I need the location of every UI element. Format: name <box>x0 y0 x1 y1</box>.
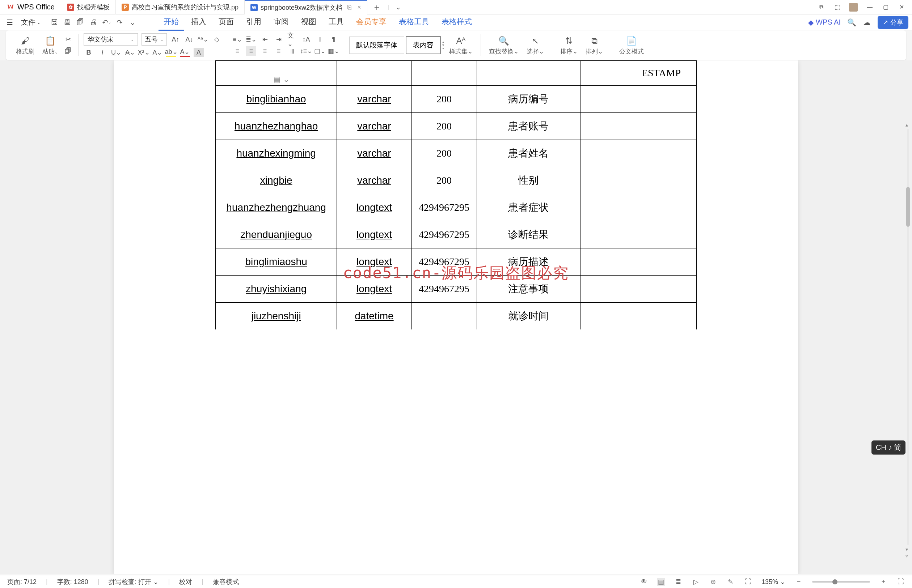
edit-icon[interactable]: ✎ <box>727 578 735 586</box>
hamburger-icon[interactable]: ☰ <box>3 17 16 28</box>
fullscreen-icon[interactable]: ⛶ <box>897 578 905 586</box>
copy-icon[interactable]: 🗐 <box>63 46 73 56</box>
play-icon[interactable]: ▷ <box>692 578 700 586</box>
align-center-button[interactable]: ≡ <box>246 46 256 56</box>
char-shading-button[interactable]: A <box>194 48 204 57</box>
text-direction-button[interactable]: 文⌄ <box>287 35 298 44</box>
font-select[interactable]: 华文仿宋⌄ <box>84 33 138 45</box>
menu-tab-table-tools[interactable]: 表格工具 <box>394 14 434 31</box>
bullets-button[interactable]: ≡⌄ <box>232 35 243 44</box>
align-right-button[interactable]: ≡ <box>260 46 270 56</box>
data-table[interactable]: ESTAMP binglibianhaovarchar200病历编号 huanz… <box>215 60 697 330</box>
shading-button[interactable]: ▢⌄ <box>315 46 325 56</box>
status-compat[interactable]: 兼容模式 <box>213 578 239 586</box>
zoom-in-button[interactable]: + <box>880 578 888 586</box>
borders-button[interactable]: ▦⌄ <box>329 46 339 56</box>
doc-mode-group[interactable]: 📄 公文模式 <box>616 35 647 56</box>
menu-tab-tools[interactable]: 工具 <box>324 14 349 31</box>
search-icon[interactable]: 🔍 <box>847 18 856 27</box>
strikethrough-button[interactable]: A̶⌄ <box>125 48 135 57</box>
tab-templates[interactable]: ✿ 找稻壳模板 <box>61 0 116 15</box>
close-window-button[interactable]: ✕ <box>897 3 906 11</box>
save-icon[interactable]: 🖫 <box>50 18 58 27</box>
app-logo[interactable]: WPS Office <box>0 3 61 11</box>
tab-menu-button[interactable]: ⌄ <box>390 3 406 11</box>
sort2-group[interactable]: ⧉ 排列⌄ <box>583 35 606 56</box>
font-color-button[interactable]: A⌄ <box>180 48 190 57</box>
user-avatar[interactable] <box>849 3 858 11</box>
status-page[interactable]: 页面: 7/12 <box>7 578 37 586</box>
menu-tab-start[interactable]: 开始 <box>159 14 184 31</box>
status-words[interactable]: 字数: 1280 <box>57 578 88 586</box>
undo-icon[interactable]: ↶⌄ <box>102 18 111 27</box>
underline-button[interactable]: U⌄ <box>111 48 121 57</box>
print-preview-icon[interactable]: 🗐 <box>76 18 85 27</box>
shrink-font-icon[interactable]: A↓ <box>184 35 194 44</box>
focus-icon[interactable]: ⛶ <box>744 578 752 586</box>
zoom-slider[interactable] <box>812 581 870 583</box>
line-spacing-button[interactable]: ↕≡⌄ <box>301 46 311 56</box>
increase-indent-button[interactable]: ⇥ <box>274 35 284 44</box>
document-area[interactable]: ▤ ⌄ code51.cn-源码乐园盗图必究 ESTAMP binglibian… <box>0 60 912 574</box>
maximize-button[interactable]: ▢ <box>881 3 889 11</box>
redo-icon[interactable]: ↷ <box>115 18 124 27</box>
status-review[interactable]: 校对 <box>179 578 192 586</box>
window-cube-icon[interactable]: ⬚ <box>833 3 841 11</box>
menu-tab-page[interactable]: 页面 <box>214 14 239 31</box>
align-justify-button[interactable]: ≡ <box>274 46 284 56</box>
style-spinner[interactable]: ▴▾▾ <box>442 40 444 50</box>
bold-button[interactable]: B <box>84 48 94 57</box>
minimize-button[interactable]: — <box>866 3 874 11</box>
ruler-button[interactable]: ⫴ <box>315 35 325 44</box>
status-spell[interactable]: 拼写检查: 打开 ⌄ <box>109 578 159 586</box>
new-tab-button[interactable]: ＋ <box>367 2 386 13</box>
export-icon[interactable]: 🖨 <box>89 18 98 27</box>
table-handle-icon[interactable]: ▤ ⌄ <box>273 75 290 84</box>
show-marks-button[interactable]: ¶ <box>329 35 339 44</box>
style-table-content[interactable]: 表内容 <box>406 36 441 54</box>
format-painter-group[interactable]: 🖌 格式刷 <box>13 35 37 56</box>
tab-doc-active[interactable]: W springboote9xw2数据库文档 ⎘ × <box>245 0 367 15</box>
superscript-button[interactable]: X²⌄ <box>139 48 149 57</box>
text-effects-button[interactable]: A⌄ <box>152 48 162 57</box>
tab-ppt[interactable]: P 高校自习室预约系统的设计与实现.pp <box>116 0 245 15</box>
tab-close-icon[interactable]: × <box>357 3 361 11</box>
window-multi-icon[interactable]: ⧉ <box>817 3 825 11</box>
align-left-button[interactable]: ≡ <box>232 46 243 56</box>
menu-tab-table-style[interactable]: 表格样式 <box>436 14 477 31</box>
menu-tab-member[interactable]: 会员专享 <box>351 14 392 31</box>
page-view-icon[interactable]: ▤ <box>657 578 665 586</box>
align-distribute-button[interactable]: ⫼ <box>287 46 298 56</box>
wps-ai-button[interactable]: ◆ WPS AI <box>808 18 841 27</box>
clear-format-icon[interactable]: ◇ <box>212 35 222 44</box>
menu-tab-view[interactable]: 视图 <box>296 14 321 31</box>
ime-badge[interactable]: CH ♪ 简 <box>872 441 906 455</box>
cloud-icon[interactable]: ☁ <box>862 18 871 27</box>
styles-group[interactable]: Aᴬ 样式集⌄ <box>446 35 476 56</box>
scroll-up-icon[interactable]: ▴ <box>906 122 908 128</box>
qat-more-icon[interactable]: ⌄ <box>128 18 137 27</box>
file-menu[interactable]: 文件 ⌄ <box>18 16 44 29</box>
style-default-para[interactable]: 默认段落字体 <box>349 37 404 54</box>
select-group[interactable]: ↖ 选择⌄ <box>524 35 547 56</box>
share-button[interactable]: ↗ 分享 <box>878 16 909 29</box>
numbering-button[interactable]: ≣⌄ <box>246 35 256 44</box>
scroll-down-icon[interactable]: ▾ <box>906 546 908 552</box>
scroll-end-icon[interactable]: ▿ <box>906 553 908 559</box>
find-replace-group[interactable]: 🔍 查找替换⌄ <box>486 35 522 56</box>
menu-tab-reference[interactable]: 引用 <box>241 14 266 31</box>
change-case-icon[interactable]: ᴬᵃ⌄ <box>198 35 208 44</box>
italic-button[interactable]: I <box>97 48 107 57</box>
size-select[interactable]: 五号⌄ <box>141 33 167 45</box>
sort-para-button[interactable]: ↕A <box>301 35 311 44</box>
vertical-scrollbar[interactable]: ▴ ▾ ▿ <box>905 122 911 559</box>
outline-view-icon[interactable]: ≣ <box>675 578 682 586</box>
zoom-level[interactable]: 135% ⌄ <box>761 578 785 586</box>
scroll-thumb[interactable] <box>906 187 910 227</box>
decrease-indent-button[interactable]: ⇤ <box>260 35 270 44</box>
sort1-group[interactable]: ⇅ 排序⌄ <box>557 35 580 56</box>
highlight-button[interactable]: ab⌄ <box>166 48 176 57</box>
web-view-icon[interactable]: ⊕ <box>710 578 717 586</box>
grow-font-icon[interactable]: A↑ <box>170 35 181 44</box>
paste-group[interactable]: 📋 粘贴⌄ <box>39 35 61 56</box>
